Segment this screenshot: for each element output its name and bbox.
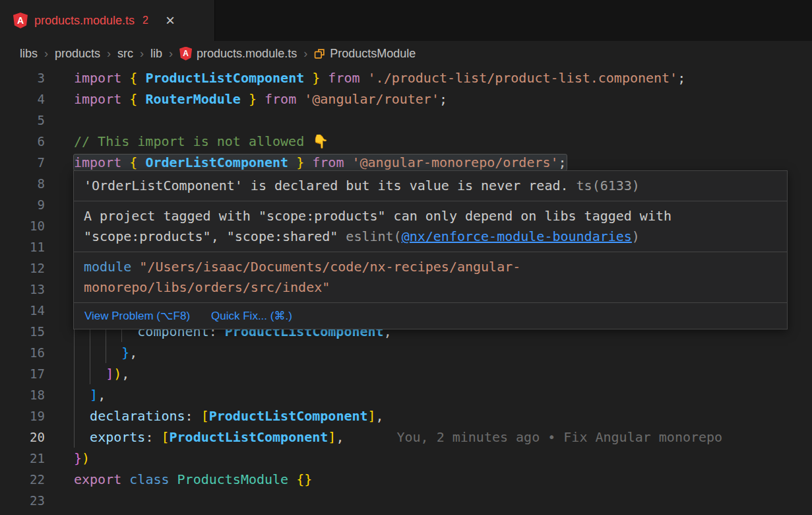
breadcrumb-separator: ›	[107, 47, 111, 61]
hover-action-bar: View Problem (⌥F8)Quick Fix... (⌘.)	[74, 303, 787, 329]
line-number[interactable]: 4	[0, 88, 45, 110]
line-number[interactable]: 18	[0, 384, 45, 405]
code-text[interactable]: export class ProductsModule {}	[74, 469, 312, 490]
breadcrumb-item-libs[interactable]: libs	[20, 47, 38, 61]
code-line-23[interactable]: 23	[0, 490, 812, 511]
angular-icon: A	[13, 13, 28, 28]
code-text[interactable]: })	[74, 448, 90, 469]
code-line-20[interactable]: 20 exports: [ProductListComponent],You, …	[0, 427, 812, 448]
code-line-5[interactable]: 5	[0, 110, 812, 131]
line-number[interactable]: 11	[0, 236, 45, 258]
class-symbol-icon	[314, 48, 325, 59]
code-text[interactable]: declarations: [ProductListComponent],	[74, 405, 384, 427]
error-squiggle-highlight: import { OrderListComponent } from '@ang…	[74, 154, 567, 170]
git-blame-annotation: You, 2 minutes ago • Fix Angular monorep…	[396, 429, 722, 445]
code-text[interactable]: import { RouterModule } from '@angular/r…	[74, 88, 447, 110]
line-number[interactable]: 17	[0, 363, 45, 384]
line-number[interactable]: 22	[0, 469, 45, 490]
line-number[interactable]: 6	[0, 131, 45, 152]
angular-icon: A	[179, 47, 192, 61]
breadcrumb-item-productsmodule[interactable]: ProductsModule	[314, 47, 416, 61]
line-number[interactable]: 13	[0, 279, 45, 300]
line-number[interactable]: 14	[0, 300, 45, 321]
diagnostic-hover-popup: 'OrderListComponent' is declared but its…	[73, 170, 788, 329]
close-icon[interactable]: ×	[166, 13, 175, 28]
code-line-18[interactable]: 18 ],	[0, 384, 812, 405]
breadcrumb-separator: ›	[44, 47, 48, 61]
breadcrumb-item-src[interactable]: src	[117, 47, 133, 61]
line-number[interactable]: 23	[0, 490, 45, 511]
line-number[interactable]: 19	[0, 405, 45, 427]
code-text[interactable]: exports: [ProductListComponent],You, 2 m…	[74, 427, 722, 448]
code-editor: 3import { ProductListComponent } from '.…	[0, 66, 812, 515]
code-line-3[interactable]: 3import { ProductListComponent } from '.…	[0, 67, 812, 88]
tab-products-module[interactable]: A products.module.ts 2 ×	[0, 0, 215, 41]
hover-module-info: module "/Users/isaac/Documents/code/nx-r…	[74, 252, 787, 303]
code-line-19[interactable]: 19 declarations: [ProductListComponent],	[0, 405, 812, 427]
tab-bar: A products.module.ts 2 ×	[0, 0, 812, 41]
code-line-17[interactable]: 17 ]),	[0, 363, 812, 384]
line-number[interactable]: 8	[0, 173, 45, 194]
code-line-6[interactable]: 6// This import is not allowed 👇	[0, 131, 812, 152]
line-number[interactable]: 9	[0, 194, 45, 215]
line-number[interactable]: 15	[0, 321, 45, 342]
code-line-16[interactable]: 16 },	[0, 342, 812, 363]
breadcrumb-separator: ›	[303, 47, 307, 61]
eslint-rule-link[interactable]: @nx/enforce-module-boundaries	[402, 228, 632, 244]
line-number[interactable]: 7	[0, 152, 45, 173]
code-text[interactable]: ]),	[74, 363, 129, 384]
tab-problems-badge: 2	[142, 15, 148, 26]
line-number[interactable]: 21	[0, 448, 45, 469]
view-problem-link[interactable]: View Problem (⌥F8)	[84, 307, 190, 325]
hover-ts-diagnostic: 'OrderListComponent' is declared but its…	[74, 171, 787, 201]
vscode-window: A products.module.ts 2 × libs›products›s…	[0, 0, 812, 515]
breadcrumb: libs›products›src›lib›Aproducts.module.t…	[0, 41, 812, 66]
line-number[interactable]: 12	[0, 258, 45, 279]
code-text[interactable]: import { ProductListComponent } from './…	[74, 67, 685, 88]
line-number[interactable]: 16	[0, 342, 45, 363]
code-line-22[interactable]: 22export class ProductsModule {}	[0, 469, 812, 490]
line-number[interactable]: 10	[0, 215, 45, 236]
breadcrumb-item-products-module-ts[interactable]: Aproducts.module.ts	[179, 47, 297, 61]
line-number[interactable]: 3	[0, 67, 45, 88]
breadcrumb-item-products[interactable]: products	[55, 47, 100, 61]
code-text[interactable]: },	[74, 342, 137, 363]
line-number[interactable]: 5	[0, 110, 45, 131]
code-line-21[interactable]: 21})	[0, 448, 812, 469]
code-line-4[interactable]: 4import { RouterModule } from '@angular/…	[0, 88, 812, 110]
breadcrumb-separator: ›	[140, 47, 144, 61]
tab-title: products.module.ts	[34, 14, 135, 28]
code-text[interactable]: ],	[74, 384, 106, 405]
breadcrumb-item-lib[interactable]: lib	[150, 47, 162, 61]
breadcrumb-separator: ›	[169, 47, 173, 61]
hover-eslint-diagnostic: A project tagged with "scope:products" c…	[74, 201, 787, 252]
code-text[interactable]: // This import is not allowed 👇	[74, 131, 328, 152]
quick-fix-link[interactable]: Quick Fix... (⌘.)	[211, 307, 292, 325]
line-number[interactable]: 20	[0, 427, 45, 448]
